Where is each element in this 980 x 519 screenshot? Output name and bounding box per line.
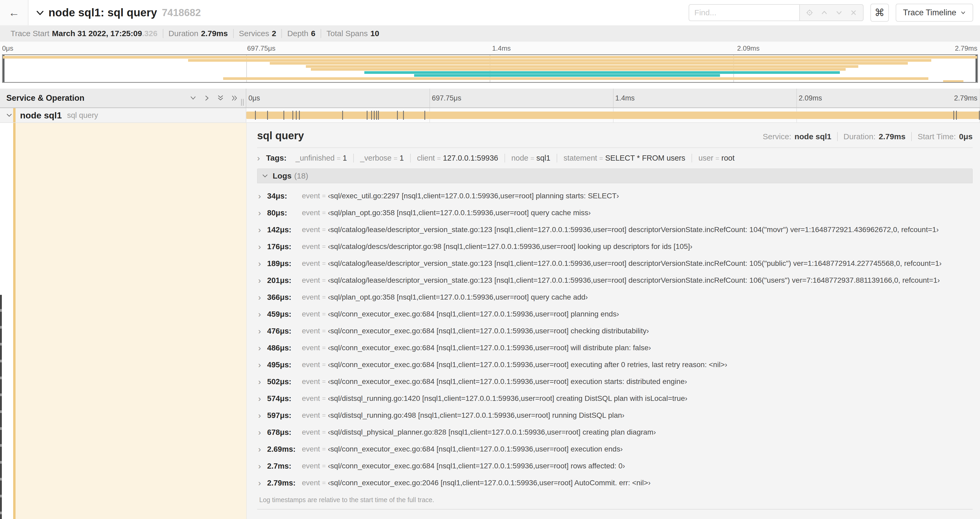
column-resizer-grip[interactable] — [241, 99, 244, 106]
log-row[interactable]: ›142μs:event=‹sql/catalog/lease/descript… — [258, 221, 973, 238]
tag-value: 1 — [399, 154, 404, 163]
collapse-trace-button[interactable] — [35, 8, 45, 18]
collapse-all-icon[interactable] — [217, 94, 224, 102]
span-row-label[interactable]: node sql1 sql query — [0, 108, 246, 122]
span-bar-lane — [246, 108, 980, 122]
service-operation-header: Service & Operation — [0, 89, 246, 107]
view-selector-button[interactable]: Trace Timeline — [896, 4, 973, 22]
stat-value: 2 — [272, 29, 276, 38]
log-marker — [255, 111, 256, 120]
trace-stat: Duration2.79ms — [163, 29, 233, 38]
logs-count: (18) — [294, 171, 308, 180]
log-timestamp: 2.69ms: — [267, 445, 298, 454]
clear-find-icon[interactable] — [850, 9, 857, 16]
equals-sign: = — [437, 155, 441, 162]
log-value: ‹sql/conn_executor_exec.go:2046 [nsql1,c… — [328, 479, 651, 487]
equals-sign: = — [322, 446, 326, 453]
log-row[interactable]: ›366μs:event=‹sql/plan_opt.go:358 [nsql1… — [258, 289, 973, 306]
back-button[interactable]: ← — [0, 0, 29, 25]
log-row[interactable]: ›34μs:event=‹sql/exec_util.go:2297 [nsql… — [258, 187, 973, 204]
minimap-right-scrubber[interactable] — [975, 55, 977, 82]
log-field-name: event — [302, 343, 320, 352]
stat-value: 6 — [311, 29, 316, 38]
minimap-canvas[interactable] — [2, 54, 978, 83]
logs-header[interactable]: Logs (18) — [257, 169, 973, 183]
log-marker — [397, 111, 398, 120]
stat-value: March 31 2022, 17:25:09 — [52, 29, 142, 38]
overview-value: 0μs — [959, 132, 973, 141]
log-marker — [296, 111, 297, 120]
prev-match-icon[interactable] — [820, 9, 828, 17]
timeline-tick-label: 1.4ms — [492, 44, 511, 53]
timeline-header: Service & Operation 0μs697.7 — [0, 89, 980, 108]
log-timestamp: 142μs: — [267, 225, 298, 234]
equals-sign: = — [322, 243, 326, 250]
chevron-down-icon — [961, 10, 966, 15]
tags-row[interactable]: › Tags: _unfinished=1_verbose=1client=12… — [257, 150, 973, 166]
span-duration-bar[interactable] — [246, 112, 980, 119]
log-timestamp: 176μs: — [267, 242, 298, 251]
log-row[interactable]: ›597μs:event=‹sql/distsql_running.go:498… — [258, 407, 973, 424]
chevron-right-icon: › — [258, 309, 267, 319]
expand-collapse-toolbar — [189, 94, 246, 102]
log-timestamp: 366μs: — [267, 293, 298, 302]
stat-value: 2.79ms — [201, 29, 228, 38]
log-row[interactable]: ›459μs:event=‹sql/conn_executor_exec.go:… — [258, 306, 973, 323]
log-row[interactable]: ›2.69ms:event=‹sql/conn_executor_exec.go… — [258, 441, 973, 458]
log-marker — [374, 111, 375, 120]
next-match-icon[interactable] — [835, 9, 843, 17]
equals-sign: = — [322, 294, 326, 301]
log-row[interactable]: ›2.79ms:event=‹sql/conn_executor_exec.go… — [258, 474, 973, 491]
tag-key: user — [698, 154, 713, 163]
equals-sign: = — [716, 155, 719, 162]
equals-sign: = — [322, 226, 326, 233]
log-field-name: event — [302, 276, 320, 284]
equals-sign: = — [322, 327, 326, 335]
timeline-tick-label: 2.79ms — [955, 44, 977, 53]
log-field-name: event — [302, 293, 320, 302]
log-row[interactable]: ›189μs:event=‹sql/catalog/lease/descript… — [258, 255, 973, 272]
log-field-name: event — [302, 462, 320, 470]
chevron-right-icon: › — [258, 377, 267, 386]
span-detail-panel: sql query Service:node sql1Duration:2.79… — [246, 123, 980, 519]
chevron-right-icon: › — [258, 191, 267, 201]
collapse-one-icon[interactable] — [189, 94, 197, 102]
expand-all-icon[interactable] — [231, 94, 238, 102]
find-input[interactable] — [689, 4, 799, 21]
log-row[interactable]: ›476μs:event=‹sql/conn_executor_exec.go:… — [258, 323, 973, 339]
log-row[interactable]: ›486μs:event=‹sql/conn_executor_exec.go:… — [258, 339, 973, 356]
minimap-left-scrubber[interactable] — [3, 55, 5, 82]
trace-stat: Services2 — [233, 29, 282, 38]
tag-key: client — [417, 154, 435, 163]
locate-match-icon[interactable] — [806, 9, 813, 17]
expand-one-icon[interactable] — [203, 94, 210, 102]
log-row[interactable]: ›2.7ms:event=‹sql/conn_executor_exec.go:… — [258, 458, 973, 474]
log-marker — [293, 111, 293, 120]
log-field-name: event — [302, 310, 320, 318]
log-row[interactable]: ›502μs:event=‹sql/conn_executor_exec.go:… — [258, 373, 973, 390]
overview-label: Service: — [763, 132, 791, 141]
log-marker — [342, 111, 343, 120]
stat-label: Services — [239, 29, 269, 38]
minimap-span-bar — [3, 56, 977, 59]
keyboard-shortcuts-button[interactable]: ⌘ — [870, 4, 889, 22]
chevron-right-icon: › — [258, 410, 267, 420]
tags-list: _unfinished=1_verbose=1client=127.0.0.1:… — [289, 154, 741, 163]
log-timestamp: 495μs: — [267, 361, 298, 369]
chevron-right-icon: › — [258, 394, 267, 404]
log-field-name: event — [302, 394, 320, 403]
collapse-children-icon[interactable] — [6, 112, 13, 119]
log-field-name: event — [302, 327, 320, 335]
log-row[interactable]: ›574μs:event=‹sql/distsql_running.go:142… — [258, 390, 973, 407]
log-value: ‹sql/catalog/descs/descriptor.go:98 [nsq… — [328, 242, 693, 251]
log-row[interactable]: ›176μs:event=‹sql/catalog/descs/descript… — [258, 238, 973, 255]
tag-item: statement=SELECT * FROM users — [557, 154, 692, 163]
log-field-name: event — [302, 377, 320, 386]
tag-item: user=root — [692, 154, 741, 163]
log-row[interactable]: ›678μs:event=‹sql/distsql_physical_plann… — [258, 424, 973, 441]
tag-key: statement — [563, 154, 597, 163]
log-row[interactable]: ›80μs:event=‹sql/plan_opt.go:358 [nsql1,… — [258, 204, 973, 221]
span-row[interactable]: node sql1 sql query — [0, 108, 980, 122]
log-row[interactable]: ›495μs:event=‹sql/conn_executor_exec.go:… — [258, 356, 973, 373]
log-row[interactable]: ›201μs:event=‹sql/catalog/lease/descript… — [258, 272, 973, 289]
